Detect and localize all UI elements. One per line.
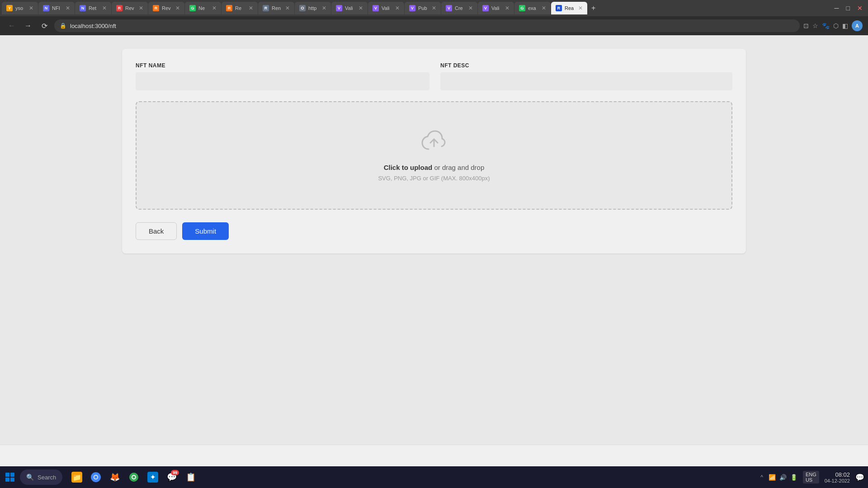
sidebar-icon[interactable]: ◧	[842, 22, 848, 29]
tab-close-http[interactable]: ✕	[322, 5, 326, 11]
notifications-tray-icon[interactable]: 💬	[855, 473, 864, 482]
tab-label-vali3: Vali	[491, 5, 502, 11]
profile-avatar[interactable]: A	[852, 20, 863, 31]
start-button[interactable]	[4, 471, 16, 483]
tab-vali2[interactable]: V Vali ✕	[368, 2, 404, 14]
tab-label-exa: exa	[528, 5, 539, 11]
back-button[interactable]: ←	[5, 19, 18, 32]
close-window-button[interactable]: ✕	[854, 2, 866, 14]
taskbar: 🔍 Search 📁 🦊	[0, 466, 868, 488]
taskbar-app-notification[interactable]: 💬 99	[163, 468, 181, 486]
volume-icon: 🔊	[779, 474, 787, 481]
network-icon: 📶	[769, 474, 776, 481]
taskbar-search[interactable]: 🔍 Search	[20, 469, 62, 485]
puzzle-icon[interactable]: ⬡	[833, 22, 839, 29]
star-icon[interactable]: ☆	[812, 22, 818, 29]
tab-icon-rea: R	[556, 5, 562, 11]
tab-label-vali1: Vali	[345, 5, 356, 11]
tab-icon-vali3: V	[482, 5, 489, 11]
address-right-icons: ⊡ ☆ 🐾 ⬡ ◧ A	[803, 20, 863, 31]
tab-close-vali1[interactable]: ✕	[359, 5, 363, 11]
taskbar-app-vscode[interactable]: ✦	[144, 468, 162, 486]
tab-close-pub[interactable]: ✕	[432, 5, 436, 11]
upload-or-text: or drag and drop	[432, 164, 484, 171]
tab-close-rea[interactable]: ✕	[578, 5, 583, 11]
taskbar-search-text: Search	[38, 474, 56, 481]
tab-close-vali3[interactable]: ✕	[505, 5, 509, 11]
tab-icon-yso: Y	[6, 5, 13, 11]
tab-close-ren[interactable]: ✕	[285, 5, 290, 11]
extension-icon[interactable]: 🐾	[822, 22, 830, 29]
tab-icon-re: R	[226, 5, 232, 11]
tab-icon-ren: R	[263, 5, 269, 11]
submit-button[interactable]: Submit	[182, 222, 229, 240]
tab-close-vali2[interactable]: ✕	[395, 5, 400, 11]
tab-yso[interactable]: Y yso ✕	[2, 2, 38, 14]
tab-close-nfi[interactable]: ✕	[66, 5, 70, 11]
back-button[interactable]: Back	[136, 222, 177, 240]
tab-vali3[interactable]: V Vali ✕	[478, 2, 514, 14]
chrome-alt-icon	[128, 472, 139, 483]
new-tab-button[interactable]: +	[588, 2, 599, 14]
tab-rev1[interactable]: R Rev ✕	[112, 2, 148, 14]
tab-icon-rev2: R	[153, 5, 159, 11]
upload-area[interactable]: Click to upload or drag and drop SVG, PN…	[136, 101, 732, 210]
tab-ne[interactable]: G Ne ✕	[185, 2, 221, 14]
tab-nfi[interactable]: N NFI ✕	[38, 2, 75, 14]
taskbar-app-chrome-alt[interactable]	[125, 468, 143, 486]
nft-name-group: NFT NAME	[136, 62, 429, 90]
cast-icon[interactable]: ⊡	[803, 22, 809, 29]
tab-label-rev1: Rev	[125, 5, 136, 11]
tab-close-ret[interactable]: ✕	[102, 5, 107, 11]
battery-icon: 🔋	[790, 474, 797, 481]
upload-cloud-icon	[420, 129, 448, 156]
clock-display: 08:02	[835, 471, 850, 478]
taskbar-app-chrome[interactable]	[87, 468, 105, 486]
tab-label-ret: Ret	[89, 5, 99, 11]
url-bar[interactable]: 🔒 localhost:3000/nft	[54, 19, 800, 32]
tab-close-exa[interactable]: ✕	[542, 5, 546, 11]
taskbar-time[interactable]: 08:02 04-12-2022	[825, 471, 850, 483]
tab-exa[interactable]: G exa ✕	[514, 2, 551, 14]
tab-close-rev1[interactable]: ✕	[139, 5, 143, 11]
vscode-icon: ✦	[147, 472, 158, 483]
taskbar-app-file-explorer[interactable]: 📁	[68, 468, 86, 486]
nft-name-input[interactable]	[136, 72, 429, 90]
refresh-button[interactable]: ⟳	[38, 19, 51, 32]
file-explorer-icon: 📁	[71, 472, 82, 483]
minimize-button[interactable]: ─	[831, 2, 843, 14]
tab-label-ne: Ne	[198, 5, 209, 11]
upload-hint: SVG, PNG, JPG or GIF (MAX. 800x400px)	[378, 175, 490, 182]
tab-close-yso[interactable]: ✕	[29, 5, 33, 11]
tab-http[interactable]: O http ✕	[295, 2, 331, 14]
form-fields-row: NFT NAME NFT DESC	[136, 62, 732, 90]
tab-close-re[interactable]: ✕	[249, 5, 253, 11]
tab-icon-nfi: N	[43, 5, 49, 11]
taskbar-app-firefox[interactable]: 🦊	[106, 468, 124, 486]
forward-button[interactable]: →	[22, 19, 34, 32]
tab-label-rev2: Rev	[162, 5, 173, 11]
tab-pub[interactable]: V Pub ✕	[405, 2, 441, 14]
tab-bar: Y yso ✕ N NFI ✕ N Ret ✕ R Rev ✕ R Rev ✕ …	[0, 0, 868, 16]
language-indicator[interactable]: ENGUS	[803, 471, 819, 483]
address-bar: ← → ⟳ 🔒 localhost:3000/nft ⊡ ☆ 🐾 ⬡ ◧ A	[0, 16, 868, 35]
taskbar-apps: 📁 🦊	[68, 468, 200, 486]
tab-ret[interactable]: N Ret ✕	[75, 2, 111, 14]
tab-bar-right: ─ □ ✕	[831, 2, 866, 14]
tab-close-ne[interactable]: ✕	[212, 5, 217, 11]
taskbar-app-notes[interactable]: 📋	[182, 468, 200, 486]
bottom-bar	[0, 445, 868, 466]
tab-re[interactable]: R Re ✕	[222, 2, 258, 14]
tab-close-cre[interactable]: ✕	[468, 5, 473, 11]
tab-label-rea: Rea	[565, 5, 576, 11]
tab-icon-pub: V	[409, 5, 415, 11]
tab-close-rev2[interactable]: ✕	[175, 5, 180, 11]
tray-expand-icon[interactable]: ^	[760, 474, 763, 480]
nft-desc-input[interactable]	[440, 72, 732, 90]
tab-rea[interactable]: R Rea ✕	[551, 2, 587, 14]
tab-cre[interactable]: V Cre ✕	[441, 2, 477, 14]
tab-rev2[interactable]: R Rev ✕	[148, 2, 184, 14]
tab-vali1[interactable]: V Vali ✕	[331, 2, 368, 14]
maximize-button[interactable]: □	[843, 2, 854, 14]
tab-ren[interactable]: R Ren ✕	[258, 2, 294, 14]
